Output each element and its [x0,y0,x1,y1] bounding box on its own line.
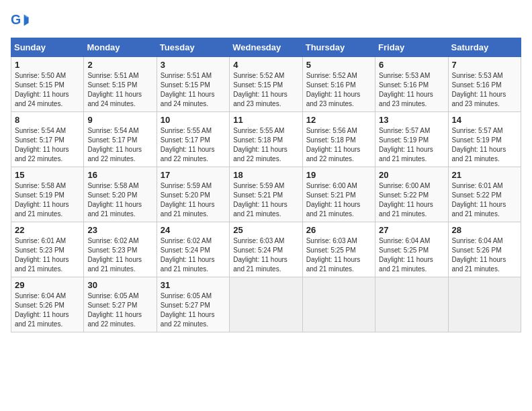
weekday-header: Friday [375,38,448,57]
calendar-cell [230,277,302,332]
calendar-cell [302,277,375,332]
calendar-cell: 4 Sunrise: 5:52 AM Sunset: 5:15 PM Dayli… [230,57,302,112]
day-info: Sunrise: 6:02 AM Sunset: 5:23 PM Dayligh… [87,236,152,274]
calendar-cell: 15 Sunrise: 5:58 AM Sunset: 5:19 PM Dayl… [11,167,84,222]
calendar-week-row: 29 Sunrise: 6:04 AM Sunset: 5:26 PM Dayl… [11,277,521,332]
calendar-cell: 12 Sunrise: 5:56 AM Sunset: 5:18 PM Dayl… [302,112,375,167]
day-number: 9 [87,115,152,125]
day-number: 23 [87,225,152,235]
day-info: Sunrise: 5:50 AM Sunset: 5:15 PM Dayligh… [15,71,80,109]
calendar-header: SundayMondayTuesdayWednesdayThursdayFrid… [11,38,521,57]
day-info: Sunrise: 6:05 AM Sunset: 5:27 PM Dayligh… [87,291,152,329]
calendar-cell: 17 Sunrise: 5:59 AM Sunset: 5:20 PM Dayl… [157,167,229,222]
day-number: 29 [15,280,80,290]
day-info: Sunrise: 5:52 AM Sunset: 5:15 PM Dayligh… [233,71,298,109]
calendar-cell: 23 Sunrise: 6:02 AM Sunset: 5:23 PM Dayl… [84,222,157,277]
day-info: Sunrise: 5:59 AM Sunset: 5:21 PM Dayligh… [233,181,298,219]
calendar-cell: 26 Sunrise: 6:03 AM Sunset: 5:25 PM Dayl… [302,222,375,277]
day-number: 4 [233,60,298,70]
day-number: 13 [379,115,444,125]
day-info: Sunrise: 5:56 AM Sunset: 5:18 PM Dayligh… [306,126,371,164]
calendar-cell: 3 Sunrise: 5:51 AM Sunset: 5:15 PM Dayli… [157,57,229,112]
calendar-week-row: 8 Sunrise: 5:54 AM Sunset: 5:17 PM Dayli… [11,112,521,167]
calendar-cell: 31 Sunrise: 6:05 AM Sunset: 5:27 PM Dayl… [157,277,229,332]
day-number: 19 [306,170,371,180]
day-number: 2 [87,60,152,70]
day-info: Sunrise: 6:04 AM Sunset: 5:26 PM Dayligh… [452,236,517,274]
day-info: Sunrise: 5:54 AM Sunset: 5:17 PM Dayligh… [15,126,80,164]
weekday-header: Sunday [11,38,84,57]
calendar-cell: 25 Sunrise: 6:03 AM Sunset: 5:24 PM Dayl… [230,222,302,277]
calendar-cell: 14 Sunrise: 5:57 AM Sunset: 5:19 PM Dayl… [448,112,521,167]
calendar-cell: 22 Sunrise: 6:01 AM Sunset: 5:23 PM Dayl… [11,222,84,277]
calendar-cell [375,277,448,332]
day-info: Sunrise: 5:52 AM Sunset: 5:16 PM Dayligh… [306,71,371,109]
day-info: Sunrise: 5:57 AM Sunset: 5:19 PM Dayligh… [379,126,444,164]
calendar-week-row: 15 Sunrise: 5:58 AM Sunset: 5:19 PM Dayl… [11,167,521,222]
day-number: 27 [379,225,444,235]
calendar-week-row: 1 Sunrise: 5:50 AM Sunset: 5:15 PM Dayli… [11,57,521,112]
calendar-cell: 30 Sunrise: 6:05 AM Sunset: 5:27 PM Dayl… [84,277,157,332]
calendar-cell: 16 Sunrise: 5:58 AM Sunset: 5:20 PM Dayl… [84,167,157,222]
calendar-cell: 28 Sunrise: 6:04 AM Sunset: 5:26 PM Dayl… [448,222,521,277]
day-info: Sunrise: 5:53 AM Sunset: 5:16 PM Dayligh… [379,71,444,109]
day-info: Sunrise: 5:59 AM Sunset: 5:20 PM Dayligh… [161,181,226,219]
calendar-cell: 18 Sunrise: 5:59 AM Sunset: 5:21 PM Dayl… [230,167,302,222]
day-number: 6 [379,60,444,70]
calendar-cell: 27 Sunrise: 6:04 AM Sunset: 5:25 PM Dayl… [375,222,448,277]
day-info: Sunrise: 6:00 AM Sunset: 5:21 PM Dayligh… [306,181,371,219]
day-info: Sunrise: 6:03 AM Sunset: 5:24 PM Dayligh… [233,236,298,274]
day-number: 7 [452,60,517,70]
calendar-cell: 6 Sunrise: 5:53 AM Sunset: 5:16 PM Dayli… [375,57,448,112]
calendar-cell: 29 Sunrise: 6:04 AM Sunset: 5:26 PM Dayl… [11,277,84,332]
day-number: 24 [161,225,226,235]
logo-icon: G [11,11,30,30]
calendar-cell: 24 Sunrise: 6:02 AM Sunset: 5:24 PM Dayl… [157,222,229,277]
weekday-header: Monday [84,38,157,57]
day-info: Sunrise: 6:00 AM Sunset: 5:22 PM Dayligh… [379,181,444,219]
day-number: 3 [161,60,226,70]
calendar-cell: 2 Sunrise: 5:51 AM Sunset: 5:15 PM Dayli… [84,57,157,112]
day-number: 30 [87,280,152,290]
header-row: SundayMondayTuesdayWednesdayThursdayFrid… [11,38,521,57]
calendar-cell: 5 Sunrise: 5:52 AM Sunset: 5:16 PM Dayli… [302,57,375,112]
weekday-header: Wednesday [230,38,302,57]
calendar-cell: 7 Sunrise: 5:53 AM Sunset: 5:16 PM Dayli… [448,57,521,112]
day-info: Sunrise: 6:01 AM Sunset: 5:22 PM Dayligh… [452,181,517,219]
day-number: 10 [161,115,226,125]
calendar-cell: 19 Sunrise: 6:00 AM Sunset: 5:21 PM Dayl… [302,167,375,222]
day-info: Sunrise: 5:55 AM Sunset: 5:17 PM Dayligh… [161,126,226,164]
calendar-cell [448,277,521,332]
day-number: 26 [306,225,371,235]
calendar-week-row: 22 Sunrise: 6:01 AM Sunset: 5:23 PM Dayl… [11,222,521,277]
weekday-header: Saturday [448,38,521,57]
weekday-header: Thursday [302,38,375,57]
day-number: 8 [15,115,80,125]
day-number: 25 [233,225,298,235]
calendar-body: 1 Sunrise: 5:50 AM Sunset: 5:15 PM Dayli… [11,57,521,332]
calendar-cell: 13 Sunrise: 5:57 AM Sunset: 5:19 PM Dayl… [375,112,448,167]
weekday-header: Tuesday [157,38,229,57]
day-number: 21 [452,170,517,180]
day-number: 18 [233,170,298,180]
calendar-cell: 20 Sunrise: 6:00 AM Sunset: 5:22 PM Dayl… [375,167,448,222]
day-info: Sunrise: 5:53 AM Sunset: 5:16 PM Dayligh… [452,71,517,109]
svg-text:G: G [11,12,21,27]
day-number: 16 [87,170,152,180]
day-number: 1 [15,60,80,70]
day-info: Sunrise: 5:54 AM Sunset: 5:17 PM Dayligh… [87,126,152,164]
calendar-cell: 21 Sunrise: 6:01 AM Sunset: 5:22 PM Dayl… [448,167,521,222]
day-number: 5 [306,60,371,70]
calendar-cell: 8 Sunrise: 5:54 AM Sunset: 5:17 PM Dayli… [11,112,84,167]
day-info: Sunrise: 5:57 AM Sunset: 5:19 PM Dayligh… [452,126,517,164]
day-info: Sunrise: 6:01 AM Sunset: 5:23 PM Dayligh… [15,236,80,274]
day-info: Sunrise: 6:03 AM Sunset: 5:25 PM Dayligh… [306,236,371,274]
day-info: Sunrise: 5:55 AM Sunset: 5:18 PM Dayligh… [233,126,298,164]
calendar-cell: 11 Sunrise: 5:55 AM Sunset: 5:18 PM Dayl… [230,112,302,167]
day-info: Sunrise: 5:58 AM Sunset: 5:19 PM Dayligh… [15,181,80,219]
day-info: Sunrise: 6:05 AM Sunset: 5:27 PM Dayligh… [161,291,226,329]
day-info: Sunrise: 6:04 AM Sunset: 5:25 PM Dayligh… [379,236,444,274]
day-number: 15 [15,170,80,180]
day-number: 22 [15,225,80,235]
day-info: Sunrise: 5:58 AM Sunset: 5:20 PM Dayligh… [87,181,152,219]
